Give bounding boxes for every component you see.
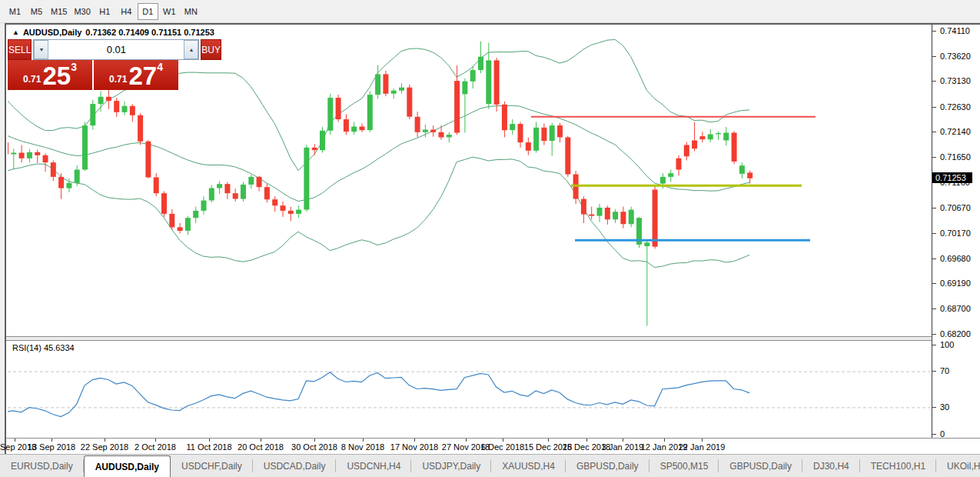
rsi-axis-label: 30 xyxy=(940,402,949,412)
timeframe-button-m5[interactable]: M5 xyxy=(26,3,47,20)
candle xyxy=(573,171,579,204)
volume-stepper: ▼ ▲ xyxy=(33,39,199,60)
volume-decrease-icon[interactable]: ▼ xyxy=(34,40,48,59)
symbol-title: ▲ AUDUSD,Daily 0.71362 0.71409 0.71151 0… xyxy=(12,28,214,37)
chart-tab-usdjpy-daily[interactable]: USDJPY,Daily xyxy=(411,455,491,477)
candle xyxy=(699,132,705,142)
chart-tab-bar: EURUSD,DailyAUDUSD,DailyUSDCHF,DailyUSDC… xyxy=(0,454,980,477)
rsi-line xyxy=(8,372,749,417)
timeframe-toolbar: M1M5M15M30H1H4D1W1MN xyxy=(0,0,980,23)
chart-tab-tech100-h1[interactable]: TECH100,H1 xyxy=(860,455,936,477)
chart-tab-audusd-daily[interactable]: AUDUSD,Daily xyxy=(84,455,171,477)
candle xyxy=(676,155,682,176)
buy-button[interactable]: BUY xyxy=(201,39,221,60)
candle xyxy=(684,142,689,161)
candle xyxy=(138,113,143,145)
scale-tick xyxy=(932,208,936,208)
date-tick xyxy=(105,439,105,442)
chart-tab-eurusd-daily[interactable]: EURUSD,Daily xyxy=(0,455,84,477)
timeframe-button-h4[interactable]: H4 xyxy=(116,3,137,20)
timeframe-button-w1[interactable]: W1 xyxy=(159,3,180,20)
buy-price-main: 27 xyxy=(128,65,157,88)
candle xyxy=(692,122,697,152)
candle xyxy=(747,170,752,183)
candle xyxy=(193,207,198,223)
date-tick xyxy=(363,439,364,442)
date-axis[interactable]: 4 Sep 201813 Sep 201822 Sep 20182 Oct 20… xyxy=(6,439,980,455)
timeframe-button-h1[interactable]: H1 xyxy=(95,3,115,20)
scale-tick xyxy=(932,81,936,82)
price-scale[interactable]: 0.741100.736200.731300.726300.721400.716… xyxy=(932,25,980,439)
candle xyxy=(224,182,230,199)
date-axis-label: 17 Nov 2018 xyxy=(390,442,438,452)
chart-window[interactable]: ▲ AUDUSD,Daily 0.71362 0.71409 0.71151 0… xyxy=(5,23,980,454)
chart-tab-dj30-h4[interactable]: DJ30,H4 xyxy=(802,455,860,477)
date-axis-label: 11 Oct 2018 xyxy=(186,442,231,452)
date-tick xyxy=(209,439,210,442)
chart-tab-usdchf-daily[interactable]: USDCHF,Daily xyxy=(171,455,253,477)
candle xyxy=(518,122,523,148)
candle xyxy=(526,138,531,155)
date-tick xyxy=(466,439,467,442)
volume-input[interactable] xyxy=(48,40,184,59)
candle xyxy=(644,239,649,325)
rsi-axis-label: 70 xyxy=(940,366,949,375)
candle xyxy=(597,204,603,222)
candle xyxy=(716,132,721,140)
candle xyxy=(122,102,128,115)
date-axis-label: 22 Sep 2018 xyxy=(81,442,128,452)
volume-increase-icon[interactable]: ▲ xyxy=(184,40,198,59)
price-axis-label: 0.69190 xyxy=(940,279,971,288)
timeframe-button-mn[interactable]: MN xyxy=(181,3,201,20)
candle xyxy=(161,192,167,217)
candle xyxy=(605,205,610,225)
chart-tab-ukoil-h1[interactable]: UKOil,H1 xyxy=(936,455,980,477)
date-axis-label: 2 Oct 2018 xyxy=(135,442,176,452)
date-tick xyxy=(51,439,52,442)
candle xyxy=(8,139,8,166)
chart-tab-gbpusd-daily[interactable]: GBPUSD,Daily xyxy=(719,455,802,477)
candle xyxy=(154,173,159,196)
rsi-indicator-canvas[interactable] xyxy=(8,341,932,438)
candle xyxy=(11,148,16,169)
candle xyxy=(636,217,642,248)
candle xyxy=(58,173,64,198)
chart-tab-usdcnh-h4[interactable]: USDCNH,H4 xyxy=(336,455,411,477)
buy-price-prefix: 0.71 xyxy=(109,74,127,85)
date-tick xyxy=(155,439,156,442)
buy-price-box[interactable]: 0.71 27 4 xyxy=(94,60,178,90)
candle xyxy=(304,145,309,212)
candle xyxy=(581,196,586,223)
timeframe-button-m30[interactable]: M30 xyxy=(71,3,93,20)
timeframe-button-d1[interactable]: D1 xyxy=(138,3,158,20)
date-tick xyxy=(503,439,503,442)
scale-tick xyxy=(932,107,936,108)
timeframe-button-m1[interactable]: M1 xyxy=(5,3,25,20)
date-tick xyxy=(664,439,665,442)
scale-tick xyxy=(932,31,936,32)
chart-tab-gbpusd-daily[interactable]: GBPUSD,Daily xyxy=(566,455,649,477)
date-tick xyxy=(586,439,587,442)
ohlc-values: 0.71362 0.71409 0.71151 0.71253 xyxy=(85,28,214,37)
sell-button[interactable]: SELL xyxy=(8,39,32,60)
price-axis-label: 0.69680 xyxy=(940,254,971,263)
sell-price-box[interactable]: 0.71 25 3 xyxy=(8,60,92,90)
chart-tab-usdcad-daily[interactable]: USDCAD,Daily xyxy=(253,455,337,477)
price-axis-label: 0.73620 xyxy=(940,52,971,61)
date-axis-label: 20 Oct 2018 xyxy=(238,442,284,452)
date-axis-label: 13 Sep 2018 xyxy=(28,442,75,452)
candle xyxy=(399,83,404,93)
candle xyxy=(613,209,618,223)
scale-tick xyxy=(932,259,936,259)
mt4-window: M1M5M15M30H1H4D1W1MN ▲ AUDUSD,Daily 0.71… xyxy=(0,0,980,477)
candle xyxy=(351,122,357,135)
candle xyxy=(248,175,254,188)
timeframe-button-m15[interactable]: M15 xyxy=(48,3,70,20)
chart-tab-xauusd-h4[interactable]: XAUUSD,H4 xyxy=(491,455,566,477)
chart-tab-sp500-m15[interactable]: SP500,M15 xyxy=(649,455,719,477)
price-axis-label: 0.68700 xyxy=(940,304,971,313)
candle xyxy=(629,207,634,228)
date-tick xyxy=(702,439,703,442)
candle xyxy=(217,181,222,194)
symbol-name: AUDUSD,Daily xyxy=(23,28,81,37)
